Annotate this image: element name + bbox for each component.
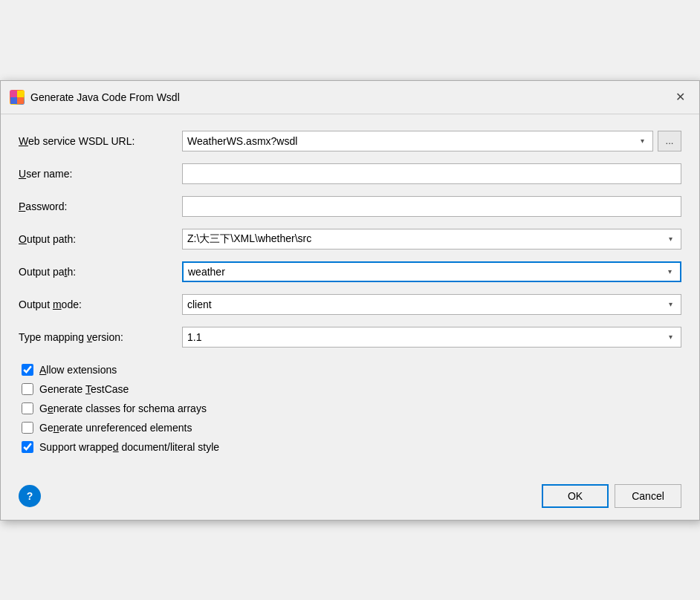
username-label: User name: bbox=[19, 168, 182, 180]
allow-extensions-label[interactable]: Allow extensions bbox=[39, 364, 117, 376]
app-icon bbox=[10, 90, 25, 105]
password-row: Password: bbox=[19, 195, 681, 218]
generate-testcase-checkbox[interactable] bbox=[22, 383, 33, 395]
generate-unreferenced-label[interactable]: Generate unreferenced elements bbox=[39, 422, 192, 434]
output-path2-label: Output path: bbox=[19, 266, 182, 278]
checkbox-generate-classes-row: Generate classes for schema arrays bbox=[19, 402, 681, 414]
output-mode-row: Output mode: client ▾ bbox=[19, 293, 681, 316]
support-wrapped-label[interactable]: Support wrapped document/literal style bbox=[39, 441, 219, 453]
type-mapping-dropdown-icon: ▾ bbox=[664, 333, 676, 341]
wsdl-url-label: Web service WSDL URL: bbox=[19, 135, 182, 147]
username-control-area bbox=[182, 163, 681, 184]
type-mapping-combo[interactable]: 1.1 ▾ bbox=[182, 327, 681, 348]
title-bar: Generate Java Code From Wsdl ✕ bbox=[1, 81, 699, 114]
support-wrapped-checkbox[interactable] bbox=[22, 441, 33, 453]
generate-testcase-label[interactable]: Generate TestCase bbox=[39, 383, 129, 395]
wsdl-url-row: Web service WSDL URL: WeatherWS.asmx?wsd… bbox=[19, 129, 681, 153]
svg-rect-0 bbox=[10, 91, 17, 97]
output-path2-dropdown-icon: ▾ bbox=[664, 267, 675, 275]
checkbox-generate-unreferenced-row: Generate unreferenced elements bbox=[19, 422, 681, 434]
output-path1-dropdown-icon: ▾ bbox=[664, 235, 676, 243]
type-mapping-control-area: 1.1 ▾ bbox=[182, 327, 681, 348]
checkbox-generate-testcase-row: Generate TestCase bbox=[19, 383, 681, 395]
svg-rect-1 bbox=[17, 91, 24, 97]
generate-classes-checkbox[interactable] bbox=[22, 402, 33, 414]
allow-extensions-checkbox[interactable] bbox=[22, 364, 33, 376]
help-button[interactable]: ? bbox=[19, 485, 41, 507]
password-control-area bbox=[182, 196, 681, 217]
dialog-container: Generate Java Code From Wsdl ✕ Web servi… bbox=[0, 80, 700, 521]
dialog-footer: ? OK Cancel bbox=[1, 475, 699, 520]
type-mapping-row: Type mapping version: 1.1 ▾ bbox=[19, 325, 681, 349]
output-path1-label: Output path: bbox=[19, 233, 182, 245]
browse-button[interactable]: ... bbox=[658, 131, 681, 151]
footer-buttons: OK Cancel bbox=[542, 484, 681, 508]
wsdl-url-control-area: WeatherWS.asmx?wsdl ▾ ... bbox=[182, 131, 681, 151]
wsdl-url-dropdown-icon: ▾ bbox=[636, 137, 648, 145]
output-path1-value: Z:\大三下\XML\whether\src bbox=[187, 232, 664, 246]
close-button[interactable]: ✕ bbox=[670, 87, 690, 108]
username-input[interactable] bbox=[182, 163, 681, 184]
output-path1-control-area: Z:\大三下\XML\whether\src ▾ bbox=[182, 229, 681, 250]
output-path2-combo[interactable]: weather ▾ bbox=[182, 261, 681, 282]
output-mode-label: Output mode: bbox=[19, 299, 182, 310]
checkbox-support-wrapped-row: Support wrapped document/literal style bbox=[19, 441, 681, 453]
wsdl-url-value: WeatherWS.asmx?wsdl bbox=[187, 135, 636, 147]
output-path2-control-area: weather ▾ bbox=[182, 261, 681, 282]
generate-classes-label[interactable]: Generate classes for schema arrays bbox=[39, 402, 207, 414]
output-path1-combo[interactable]: Z:\大三下\XML\whether\src ▾ bbox=[182, 229, 681, 250]
checkbox-allow-extensions-row: Allow extensions bbox=[19, 364, 681, 376]
dialog-title: Generate Java Code From Wsdl bbox=[30, 91, 180, 103]
generate-unreferenced-checkbox[interactable] bbox=[22, 422, 33, 434]
output-path2-row: Output path: weather ▾ bbox=[19, 260, 681, 284]
output-path2-value: weather bbox=[188, 266, 664, 278]
svg-rect-2 bbox=[10, 97, 17, 104]
output-path1-row: Output path: Z:\大三下\XML\whether\src ▾ bbox=[19, 227, 681, 251]
password-input[interactable] bbox=[182, 196, 681, 217]
title-bar-left: Generate Java Code From Wsdl bbox=[10, 90, 180, 105]
output-mode-value: client bbox=[187, 299, 664, 310]
type-mapping-label: Type mapping version: bbox=[19, 331, 182, 343]
output-mode-dropdown-icon: ▾ bbox=[664, 300, 676, 308]
username-row: User name: bbox=[19, 162, 681, 186]
wsdl-url-combo[interactable]: WeatherWS.asmx?wsdl ▾ bbox=[182, 131, 653, 151]
svg-rect-3 bbox=[17, 97, 24, 104]
cancel-button[interactable]: Cancel bbox=[615, 484, 681, 508]
ok-button[interactable]: OK bbox=[542, 484, 609, 508]
type-mapping-value: 1.1 bbox=[187, 331, 664, 343]
dialog-body: Web service WSDL URL: WeatherWS.asmx?wsd… bbox=[1, 114, 699, 475]
checkboxes-section: Allow extensions Generate TestCase Gener… bbox=[19, 358, 681, 463]
output-mode-control-area: client ▾ bbox=[182, 294, 681, 315]
output-mode-combo[interactable]: client ▾ bbox=[182, 294, 681, 315]
password-label: Password: bbox=[19, 200, 182, 212]
